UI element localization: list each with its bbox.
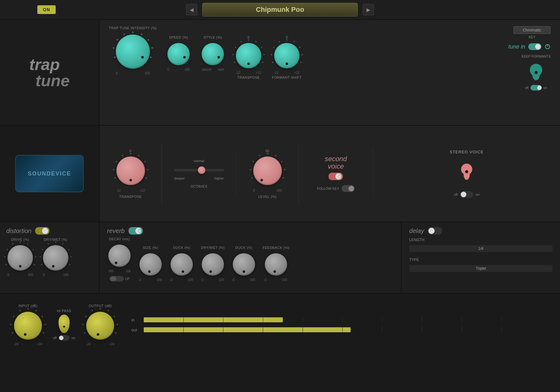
svg-point-33 bbox=[138, 155, 139, 156]
octaves-slider-container: normal bbox=[171, 159, 227, 171]
hipass-toggle[interactable] bbox=[58, 335, 70, 341]
delay-thumb bbox=[428, 228, 435, 234]
next-preset-button[interactable]: ▶ bbox=[363, 4, 374, 15]
octaves-thumb[interactable] bbox=[198, 166, 205, 174]
duck2-knob[interactable] bbox=[231, 252, 256, 277]
svg-point-49 bbox=[251, 177, 253, 179]
length-value[interactable]: 1/4 bbox=[409, 245, 553, 252]
sv-level-knob[interactable] bbox=[252, 155, 283, 186]
svg-point-92 bbox=[84, 332, 86, 334]
follow-key-label: FOLLOW KEY bbox=[317, 187, 339, 190]
octaves-deeper: deeper bbox=[174, 176, 185, 180]
follow-key-toggle[interactable] bbox=[342, 185, 355, 192]
transpose-knob-dial[interactable] bbox=[236, 43, 261, 68]
drive-knob[interactable] bbox=[6, 244, 34, 272]
keep-formants-toggle[interactable] bbox=[530, 85, 542, 91]
svg-point-43 bbox=[281, 161, 282, 162]
output-knob[interactable] bbox=[85, 310, 116, 341]
input-knob[interactable] bbox=[12, 310, 44, 341]
keep-formants-knob[interactable] bbox=[528, 61, 544, 82]
reverb-duck-label: DUCK (%) bbox=[173, 246, 190, 250]
reverb-duck-knob[interactable] bbox=[169, 252, 194, 277]
output-knob-dial[interactable] bbox=[86, 312, 114, 340]
type-label: TYPE bbox=[409, 258, 553, 262]
style-knob-dot bbox=[217, 56, 220, 58]
svg-point-84 bbox=[100, 308, 101, 309]
duck2-range: 0 100 bbox=[233, 278, 255, 282]
duck2-dial[interactable] bbox=[233, 253, 255, 276]
duck2-label: DUCK (%) bbox=[235, 246, 252, 250]
vu-out-row: out bbox=[131, 327, 541, 332]
formant-val: 0 bbox=[286, 35, 288, 39]
feedback-dot bbox=[273, 270, 276, 273]
reverb-duck-range: 0 100 bbox=[170, 278, 193, 282]
lp-track[interactable] bbox=[110, 276, 124, 282]
speed-knob[interactable] bbox=[166, 42, 191, 67]
lp-row: LP bbox=[110, 276, 129, 282]
reverb-toggle[interactable] bbox=[128, 227, 143, 235]
reverb-drywet-range: 0 100 bbox=[202, 278, 224, 282]
reverb-inner: reverb DECAY (ms) bbox=[100, 222, 402, 293]
sounddevice-area: SOUNDEVICE bbox=[0, 126, 100, 222]
octaves-normal: normal bbox=[171, 159, 227, 163]
input-dot bbox=[24, 333, 26, 336]
feedback-knob[interactable] bbox=[264, 252, 288, 277]
distortion-thumb bbox=[42, 228, 48, 234]
svg-point-60 bbox=[12, 243, 13, 245]
speed-label: SPEED (%) bbox=[169, 35, 188, 39]
svg-point-55 bbox=[20, 241, 21, 243]
svg-point-36 bbox=[145, 177, 147, 179]
stereo-voice-knob[interactable] bbox=[459, 161, 474, 185]
formant-knob[interactable] bbox=[273, 42, 301, 70]
distortion-label: distortion bbox=[6, 227, 31, 235]
svg-point-11 bbox=[261, 47, 262, 48]
dist-drywet-knob[interactable] bbox=[42, 244, 70, 272]
formant-knob-dot bbox=[286, 63, 288, 65]
size-dot bbox=[148, 270, 151, 273]
svg-point-8 bbox=[114, 57, 115, 58]
style-knob-dial[interactable] bbox=[202, 43, 224, 65]
keep-formants-thumb bbox=[537, 86, 542, 90]
sv-transpose-knob[interactable] bbox=[115, 155, 146, 186]
reverb-duck-dial[interactable] bbox=[170, 253, 193, 276]
sv-power-toggle[interactable] bbox=[329, 173, 343, 180]
sv-transpose-knob-dial[interactable] bbox=[116, 156, 145, 185]
svg-point-85 bbox=[108, 310, 109, 311]
svg-point-75 bbox=[27, 308, 29, 309]
delay-toggle[interactable] bbox=[428, 227, 442, 235]
svg-point-88 bbox=[115, 332, 117, 334]
size-knob-dial[interactable] bbox=[139, 253, 162, 276]
prev-preset-button[interactable]: ◀ bbox=[186, 4, 197, 15]
formant-knob-dial[interactable] bbox=[274, 43, 300, 68]
intensity-knob-dial[interactable] bbox=[116, 35, 150, 69]
stereo-voice-toggle[interactable] bbox=[460, 191, 473, 198]
decay-knob[interactable] bbox=[107, 243, 132, 268]
reverb-drywet-dial[interactable] bbox=[202, 253, 224, 276]
speed-knob-dial[interactable] bbox=[167, 43, 190, 65]
dist-drywet-dial[interactable] bbox=[43, 245, 68, 271]
tune-in-toggle[interactable] bbox=[528, 43, 541, 50]
distortion-toggle[interactable] bbox=[35, 227, 49, 235]
input-knob-dial[interactable] bbox=[14, 312, 42, 340]
drive-knob-dial[interactable] bbox=[7, 245, 33, 271]
key-selector[interactable]: Chromatic bbox=[513, 26, 551, 34]
decay-knob-dial[interactable] bbox=[108, 245, 131, 267]
size-knob[interactable] bbox=[138, 252, 163, 277]
transpose-knob[interactable] bbox=[235, 42, 263, 70]
stereo-on: on bbox=[476, 193, 479, 196]
hipass-shape[interactable] bbox=[58, 315, 70, 333]
feedback-dial[interactable] bbox=[265, 253, 287, 276]
sounddevice-text: SOUNDEVICE bbox=[28, 170, 71, 177]
type-value[interactable]: Triplet bbox=[409, 265, 553, 272]
svg-point-41 bbox=[267, 153, 268, 154]
sv-level-range: 0 100 bbox=[253, 189, 282, 192]
logo-tune: tune bbox=[35, 72, 70, 89]
octaves-higher: higher bbox=[214, 176, 224, 180]
sv-level-knob-dial[interactable] bbox=[253, 156, 282, 185]
intensity-knob[interactable] bbox=[114, 33, 152, 70]
reverb-drywet-knob[interactable] bbox=[200, 252, 225, 277]
input-knob-container: INPUT (dB) bbox=[12, 304, 44, 346]
hipass-toggle-row: off on bbox=[53, 335, 75, 341]
style-knob[interactable] bbox=[200, 42, 225, 67]
on-button[interactable]: ON bbox=[37, 5, 56, 14]
